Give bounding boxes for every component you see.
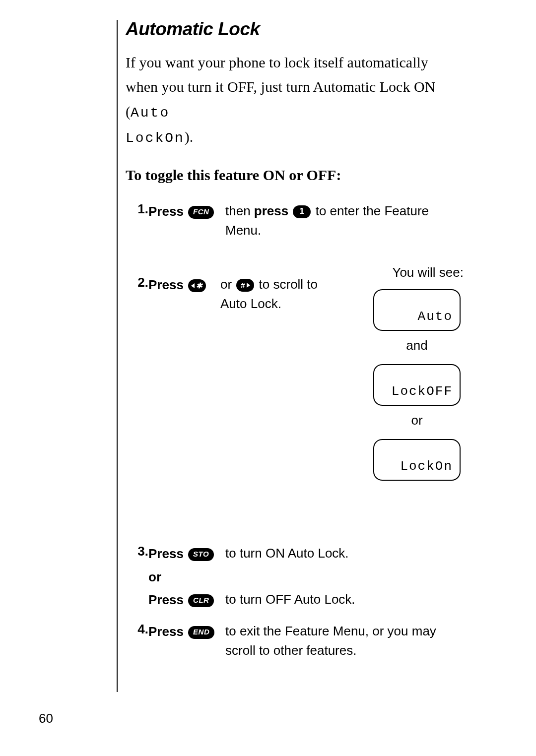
star-glyph: ✱ [196, 280, 203, 292]
step-command: Press END [148, 622, 225, 641]
step-3a: 3. Press STO to turn ON Auto Lock. [126, 544, 464, 564]
intro-close: ). [185, 128, 194, 145]
lcd-text: Auto [418, 309, 453, 324]
fcn-button-icon: FCN [188, 206, 214, 219]
you-will-see-label: You will see: [367, 265, 467, 280]
sub-heading: To toggle this feature ON or OFF: [126, 167, 464, 184]
step-number: 4. [126, 622, 148, 637]
step-description: or # to scroll to Auto Lock. [220, 275, 344, 314]
hash-glyph: # [241, 279, 245, 291]
step-1: 1. Press FCN then press 1 to enter the F… [126, 201, 464, 240]
clr-button-icon: CLR [188, 594, 214, 607]
text-then: then [225, 203, 254, 218]
step-command: Press CLR [148, 590, 225, 610]
step-description: to turn ON Auto Lock. [225, 544, 464, 563]
step-command: Press ✱ [148, 275, 220, 295]
step-3-or: or [126, 567, 464, 587]
press-label: Press [148, 592, 184, 607]
or-text-bold: or [148, 569, 161, 584]
one-button-icon: 1 [293, 205, 311, 218]
press-label: Press [148, 204, 184, 219]
step-number: 3. [126, 544, 148, 559]
triangle-right-icon [247, 283, 250, 288]
intro-text: If you want your phone to lock itself au… [126, 54, 435, 120]
section-title: Automatic Lock [126, 20, 464, 39]
triangle-left-icon [191, 283, 195, 288]
step-3b: Press CLR to turn OFF Auto Lock. [126, 590, 464, 610]
intro-paragraph: If you want your phone to lock itself au… [126, 50, 464, 150]
step-description: then press 1 to enter the Feature Menu. [225, 201, 464, 240]
sto-button-icon: STO [188, 548, 214, 561]
end-button-icon: END [188, 626, 214, 639]
star-left-button-icon: ✱ [188, 279, 206, 292]
step-4: 4. Press END to exit the Feature Menu, o… [126, 622, 464, 660]
lcd-text-auto: Auto [131, 105, 170, 121]
press-label-2: press [254, 203, 288, 218]
lcd-display-auto: Auto [373, 289, 461, 331]
display-preview-column: You will see: Auto and LockOFF or LockOn [367, 265, 467, 488]
or-text: or [220, 277, 235, 292]
lcd-text: LockOFF [392, 384, 453, 399]
lcd-display-lockon: LockOn [373, 439, 461, 481]
step-command: Press FCN [148, 201, 225, 221]
press-label: Press [148, 277, 184, 292]
step-2-block: You will see: Auto and LockOFF or LockOn… [126, 275, 464, 524]
hash-right-button-icon: # [236, 279, 254, 292]
press-label: Press [148, 546, 184, 561]
step-number: 1. [126, 201, 148, 217]
step-number: 2. [126, 275, 148, 290]
press-label: Press [148, 624, 184, 639]
step-description: to turn OFF Auto Lock. [225, 590, 464, 609]
or-label: or [367, 413, 467, 428]
manual-page: Automatic Lock If you want your phone to… [117, 20, 464, 692]
step-command: Press STO [148, 544, 225, 564]
lcd-text-lockon: LockOn [126, 130, 185, 146]
lcd-text: LockOn [400, 459, 453, 474]
or-label: or [148, 567, 225, 587]
step-2: 2. Press ✱ or # to scroll to Auto Lock. [126, 275, 344, 314]
lcd-display-lockoff: LockOFF [373, 364, 461, 406]
step-description: to exit the Feature Menu, or you may scr… [225, 622, 464, 660]
page-number: 60 [39, 711, 53, 726]
and-label: and [367, 338, 467, 353]
